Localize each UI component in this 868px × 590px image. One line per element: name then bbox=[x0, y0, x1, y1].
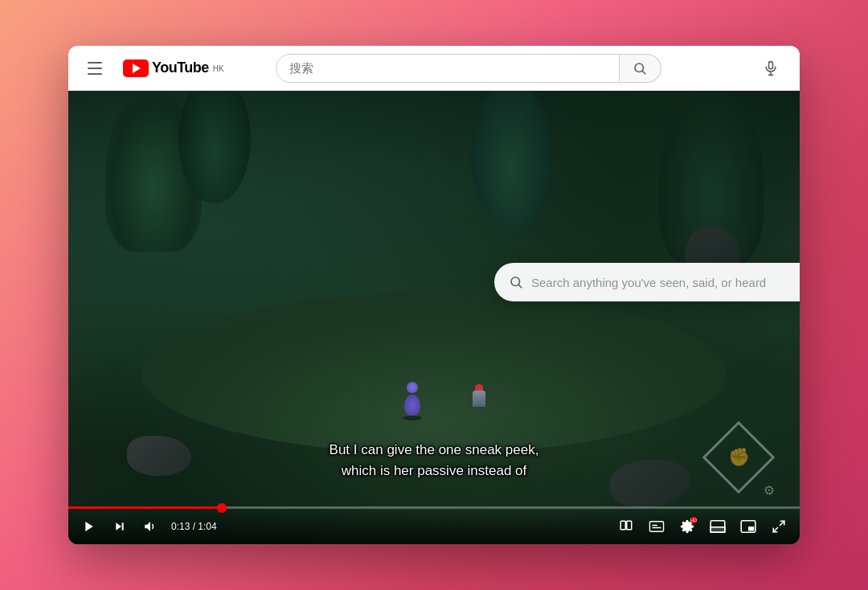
controls-bar: 0:13 / 1:04 bbox=[68, 509, 800, 544]
nav-right bbox=[755, 52, 787, 84]
miniplayer-icon bbox=[619, 519, 633, 534]
youtube-logo-icon bbox=[123, 59, 149, 77]
search-area bbox=[276, 54, 661, 83]
svg-rect-9 bbox=[122, 522, 124, 530]
mute-button[interactable] bbox=[137, 514, 163, 539]
browser-window: YouTube HK bbox=[68, 46, 800, 544]
svg-line-1 bbox=[643, 71, 645, 73]
video-scene: ✊ ⚙ Search anything you've seen, said, o… bbox=[68, 91, 800, 544]
play-icon bbox=[83, 520, 96, 533]
search-input-wrapper bbox=[276, 54, 620, 83]
captions-button[interactable] bbox=[644, 514, 669, 539]
watermark-gear-icon: ⚙ bbox=[760, 479, 780, 499]
svg-line-6 bbox=[518, 285, 521, 288]
svg-rect-11 bbox=[620, 521, 625, 530]
next-icon bbox=[113, 520, 126, 533]
rock-2 bbox=[610, 460, 690, 508]
search-input[interactable] bbox=[289, 61, 606, 75]
svg-marker-7 bbox=[85, 522, 92, 531]
ground-path bbox=[141, 293, 727, 453]
svg-rect-13 bbox=[649, 522, 663, 531]
turret-structure bbox=[471, 384, 487, 408]
next-button[interactable] bbox=[107, 514, 133, 539]
watermark: ✊ ⚙ bbox=[706, 425, 771, 490]
voice-search-button[interactable] bbox=[755, 52, 787, 84]
turret-top bbox=[475, 384, 483, 391]
logo-area: YouTube HK bbox=[123, 59, 224, 77]
theatre-mode-button[interactable] bbox=[705, 514, 731, 539]
search-overlay[interactable]: Search anything you've seen, said, or he… bbox=[494, 263, 800, 301]
champion-body bbox=[404, 395, 420, 416]
fullscreen-button[interactable] bbox=[766, 514, 792, 539]
logo-text: YouTube bbox=[152, 59, 209, 76]
search-button[interactable] bbox=[620, 54, 661, 83]
rock-1 bbox=[127, 436, 191, 476]
nav-bar: YouTube HK bbox=[68, 46, 800, 91]
settings-badge: HD bbox=[690, 517, 697, 523]
play-button[interactable] bbox=[76, 514, 102, 539]
yt-play-btn-icon bbox=[123, 59, 149, 77]
svg-marker-10 bbox=[145, 522, 150, 531]
svg-rect-12 bbox=[627, 521, 632, 530]
miniplayer-button[interactable] bbox=[735, 514, 761, 539]
svg-marker-8 bbox=[116, 522, 121, 530]
svg-rect-17 bbox=[710, 527, 725, 532]
volume-icon bbox=[143, 519, 158, 534]
watermark-fist-icon: ✊ bbox=[727, 447, 749, 468]
hamburger-icon bbox=[88, 59, 107, 78]
miniplayer-toggle[interactable] bbox=[613, 514, 639, 539]
video-container[interactable]: ✊ ⚙ Search anything you've seen, said, o… bbox=[68, 91, 800, 544]
turret-base bbox=[473, 391, 485, 407]
theatre-mode-icon bbox=[710, 520, 726, 533]
miniplayer-pip-icon bbox=[740, 520, 756, 533]
logo-country: HK bbox=[213, 64, 224, 73]
search-icon bbox=[633, 61, 647, 76]
svg-rect-2 bbox=[768, 61, 772, 68]
captions-icon bbox=[649, 521, 665, 532]
overlay-search-text: Search anything you've seen, said, or he… bbox=[531, 276, 766, 289]
hamburger-button[interactable] bbox=[81, 52, 113, 84]
champion-head bbox=[407, 382, 418, 393]
mic-icon bbox=[763, 60, 779, 76]
champion-character bbox=[398, 382, 427, 417]
tree-decoration-3 bbox=[471, 91, 551, 227]
time-display: 0:13 / 1:04 bbox=[171, 521, 217, 532]
svg-rect-19 bbox=[748, 526, 754, 531]
settings-button[interactable]: HD bbox=[674, 514, 700, 539]
fullscreen-icon bbox=[772, 519, 786, 534]
champion-shadow bbox=[403, 416, 422, 420]
overlay-search-icon bbox=[509, 275, 523, 289]
